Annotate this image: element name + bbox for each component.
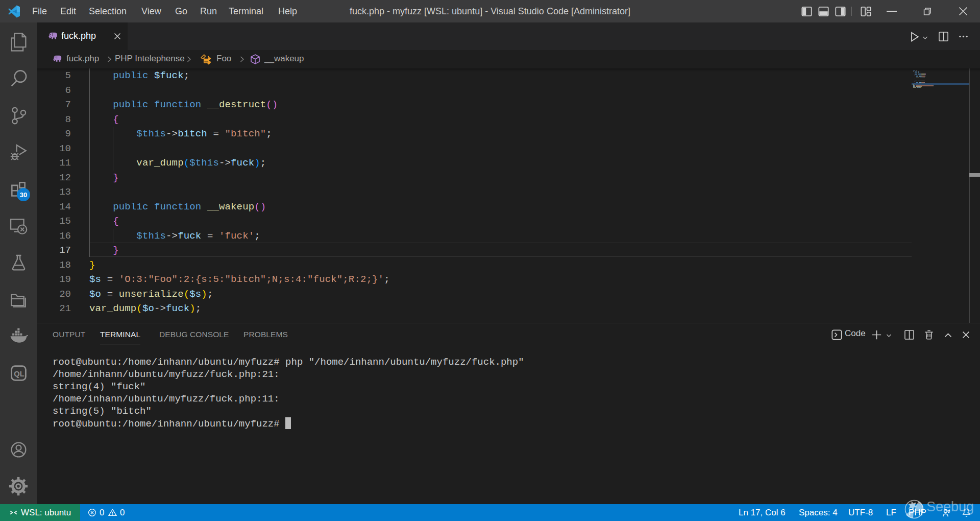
svg-text:QL: QL [14,370,24,378]
svg-text:Seebug: Seebug [926,499,974,514]
